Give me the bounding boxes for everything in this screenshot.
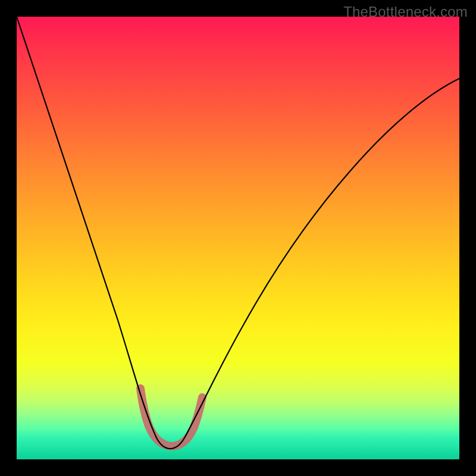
curve-highlight — [140, 389, 202, 446]
plot-area — [17, 17, 459, 459]
chart-svg — [17, 17, 459, 459]
outer-frame: TheBottleneck.com — [0, 0, 476, 476]
bottleneck-curve — [17, 17, 459, 449]
